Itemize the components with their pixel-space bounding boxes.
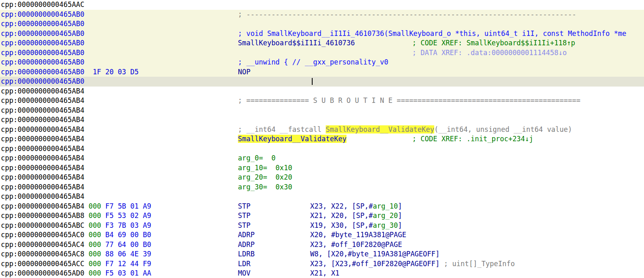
addr-column: cpp:0000000000465AB4 [1,106,84,116]
content-column: arg_20= 0x20 [238,173,292,182]
addr-column: cpp:0000000000465AB0 [1,77,84,87]
disasm-line[interactable]: cpp:0000000000465AB0; ------------------… [0,10,644,20]
disasm-line[interactable]: cpp:0000000000465AB4arg_10= 0x10 [0,163,644,173]
disasm-line[interactable]: cpp:0000000000465AD0 000 F5 03 01 AAMOVX… [0,269,644,278]
disasm-line[interactable]: cpp:0000000000465AB4 [0,144,644,154]
operand: ] [398,221,402,229]
addr-column: cpp:0000000000465AB0 [1,29,84,39]
address: cpp:0000000000465AB0 [1,10,84,18]
operand-column: X20, #byte_119A381@PAGE [310,230,406,240]
disasm-line[interactable]: cpp:0000000000465AB4 [0,115,644,125]
addr-column: cpp:0000000000465AB0 [1,38,84,48]
address: cpp:0000000000465AAC [1,0,84,9]
byte-code: F7 12 44 F9 [105,260,151,268]
addr-column: cpp:0000000000465AAC [1,0,84,10]
content-column: STP [238,211,251,221]
disasm-line[interactable]: cpp:0000000000465AB0 [0,19,644,29]
disasm-line[interactable]: cpp:0000000000465AB4 [0,106,644,116]
addr-column: cpp:0000000000465AB8 000 F5 53 02 A9 [1,211,151,221]
disasm-line[interactable]: cpp:0000000000465ACC 000 F7 12 44 F9LDRX… [0,259,644,269]
spacer [84,231,89,239]
comment-column: ; CODE XREF: SmallKeyboard$$iI1Ii+118↑p [412,38,575,48]
operand-column: X23, X22, [SP,#arg_10] [310,202,402,211]
address: cpp:0000000000465AB4 [1,202,84,210]
comment-column: ; CODE XREF: .init_proc+234↓j [412,134,533,144]
operand-column: X21, X1 [310,269,340,278]
disasm-line[interactable]: cpp:0000000000465AB0 [0,77,644,87]
addr-column: cpp:0000000000465AC4 000 77 64 00 B0 [1,240,151,250]
operand: X21, X20, [SP,# [310,211,373,220]
content-column: ; __int64 __fastcall SmallKeyboard__Vali… [238,125,572,135]
address: cpp:0000000000465AB4 [1,125,84,133]
disasm-line[interactable]: cpp:0000000000465AC8 000 88 06 4E 39LDRB… [0,249,644,259]
disasm-line[interactable]: cpp:0000000000465AB0; void SmallKeyboard… [0,29,644,39]
disassembly-view: cpp:0000000000465AACcpp:0000000000465AB0… [0,0,644,278]
disasm-line[interactable]: cpp:0000000000465AB4; __int64 __fastcall… [0,125,644,135]
addr-column: cpp:0000000000465AB4 [1,96,84,106]
disasm-line[interactable]: cpp:0000000000465AC4 000 77 64 00 B0ADRP… [0,240,644,250]
disasm-line[interactable]: cpp:0000000000465AB4arg_30= 0x30 [0,182,644,192]
operand-column: X23, #off_10F2820@PAGE [310,240,402,250]
disasm-line[interactable]: cpp:0000000000465AB4 000 F7 5B 01 A9STPX… [0,202,644,211]
addr-column: cpp:0000000000465AB0 [1,19,84,29]
addr-column: cpp:0000000000465AB0 1F 20 03 D5 [1,67,139,77]
operand-column: X23, [X23,#off_10F2820@PAGEOFF] ; uint[]… [310,259,515,269]
addr-column: cpp:0000000000465AB0 [1,10,84,20]
spacer [101,250,105,258]
stack-depth: 000 [89,260,101,268]
byte-code: F7 5B 01 A9 [105,202,151,210]
address: cpp:0000000000465AC8 [1,250,84,258]
disasm-line[interactable]: cpp:0000000000465AB0; DATA XREF: .data:0… [0,48,644,58]
address: cpp:0000000000465AB0 [1,77,84,85]
stack-var-definition: arg_0= 0 [238,154,275,162]
address: cpp:0000000000465AB4 [1,192,84,200]
disasm-line[interactable]: cpp:0000000000465AB4arg_20= 0x20 [0,173,644,182]
byte-code: F3 7B 03 A9 [105,221,151,229]
stack-depth: 000 [89,240,101,249]
content-column: SmallKeyboard$$iI1Ii_4610736 [238,38,355,48]
disasm-line[interactable]: cpp:0000000000465AB4; =============== S … [0,96,644,106]
code-xref-comment: ; CODE XREF: .init_proc+234↓j [412,135,533,143]
disasm-line[interactable]: cpp:0000000000465AB4 [0,87,644,96]
spacer [84,250,89,258]
address: cpp:0000000000465AB0 [1,58,84,66]
disasm-line[interactable]: cpp:0000000000465AB4SmallKeyboard__Valid… [0,134,644,144]
disasm-line[interactable]: cpp:0000000000465AAC [0,0,644,10]
operand-column: W8, [X20,#byte_119A381@PAGEOFF] [310,249,440,259]
addr-column: cpp:0000000000465AB4 [1,192,84,202]
disasm-line[interactable]: cpp:0000000000465AB0; __unwind { // __gx… [0,58,644,67]
byte-code: F5 53 02 A9 [105,211,151,220]
function-prototype-comment: (__int64, unsigned __int64 value) [434,125,572,133]
addr-column: cpp:0000000000465AB4 [1,144,84,154]
spacer [84,240,89,249]
disasm-line[interactable]: cpp:0000000000465AB4arg_0= 0 [0,153,644,163]
disasm-line[interactable]: cpp:0000000000465AC0 000 B4 69 00 B0ADRP… [0,230,644,240]
mnemonic: STP [238,221,251,229]
addr-column: cpp:0000000000465AB0 [1,48,84,58]
disasm-line[interactable]: cpp:0000000000465AB0 1F 20 03 D5NOP [0,67,644,77]
spacer [84,269,89,277]
spacer [101,231,105,239]
operand: X23, #off_10F2820@PAGE [310,240,402,249]
operand: ] [398,202,402,210]
spacer [84,260,89,268]
address: cpp:0000000000465AB4 [1,173,84,181]
subroutine-banner: ; =============== S U B R O U T I N E ==… [238,96,580,105]
mnemonic: ADRP [238,231,255,239]
disasm-line[interactable]: cpp:0000000000465AB8 000 F5 53 02 A9STPX… [0,211,644,221]
byte-code: 88 06 4E 39 [105,250,151,258]
content-column: arg_30= 0x30 [238,182,292,192]
mnemonic: NOP [238,68,251,76]
disasm-line[interactable]: cpp:0000000000465ABC 000 F3 7B 03 A9STPX… [0,221,644,231]
stack-var-definition: arg_10= 0x10 [238,164,292,172]
addr-column: cpp:0000000000465AB4 [1,125,84,135]
text-caret [312,78,313,85]
addr-column: cpp:0000000000465AB4 [1,153,84,163]
spacer [101,221,105,229]
byte-code: B4 69 00 B0 [105,231,151,239]
address: cpp:0000000000465AB4 [1,135,84,143]
operand: W8, [X20,#byte_119A381@PAGEOFF] [310,250,440,258]
disasm-line[interactable]: cpp:0000000000465AB0SmallKeyboard$$iI1Ii… [0,38,644,48]
stack-depth: 000 [89,211,101,220]
disasm-line[interactable]: cpp:0000000000465AB4 [0,192,644,202]
